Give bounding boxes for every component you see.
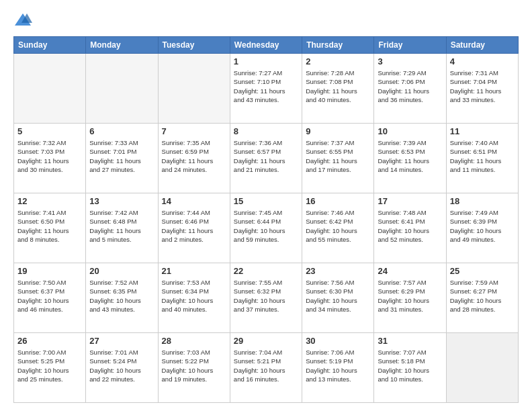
cell-text: Sunrise: 7:28 AMSunset: 7:08 PMDaylight:… bbox=[306, 68, 370, 104]
day-number: 21 bbox=[162, 266, 226, 276]
day-number: 17 bbox=[378, 196, 442, 206]
cell-text: Sunrise: 7:44 AMSunset: 6:46 PMDaylight:… bbox=[162, 208, 226, 244]
cell-text: Sunrise: 7:52 AMSunset: 6:35 PMDaylight:… bbox=[89, 278, 154, 314]
cell-text: Sunrise: 7:55 AMSunset: 6:32 PMDaylight:… bbox=[234, 278, 298, 314]
cell-text: Sunrise: 7:35 AMSunset: 6:59 PMDaylight:… bbox=[162, 138, 226, 174]
day-number: 14 bbox=[162, 196, 226, 206]
header bbox=[13, 11, 519, 30]
day-number: 29 bbox=[234, 336, 298, 346]
cell-text: Sunrise: 7:49 AMSunset: 6:39 PMDaylight:… bbox=[450, 208, 515, 244]
cell-text: Sunrise: 7:07 AMSunset: 5:18 PMDaylight:… bbox=[378, 348, 442, 383]
day-number: 22 bbox=[234, 266, 298, 276]
weekday-header: Thursday bbox=[302, 37, 374, 54]
cell-text: Sunrise: 7:37 AMSunset: 6:55 PMDaylight:… bbox=[306, 138, 370, 174]
cell-text: Sunrise: 7:04 AMSunset: 5:21 PMDaylight:… bbox=[234, 348, 298, 383]
cell-text: Sunrise: 7:59 AMSunset: 6:27 PMDaylight:… bbox=[450, 278, 515, 314]
day-number: 18 bbox=[450, 196, 515, 206]
cell-text: Sunrise: 7:32 AMSunset: 7:03 PMDaylight:… bbox=[17, 138, 82, 174]
weekday-header: Saturday bbox=[446, 37, 518, 54]
day-number: 20 bbox=[89, 266, 154, 276]
day-number: 23 bbox=[306, 266, 370, 276]
calendar-cell: 30Sunrise: 7:06 AMSunset: 5:19 PMDayligh… bbox=[302, 333, 374, 403]
day-number: 16 bbox=[306, 196, 370, 206]
day-number: 8 bbox=[234, 126, 298, 136]
calendar-row: 26Sunrise: 7:00 AMSunset: 5:25 PMDayligh… bbox=[14, 333, 519, 403]
day-number: 3 bbox=[378, 56, 442, 66]
calendar-header: SundayMondayTuesdayWednesdayThursdayFrid… bbox=[14, 37, 519, 54]
logo-icon bbox=[13, 11, 32, 30]
cell-text: Sunrise: 7:57 AMSunset: 6:29 PMDaylight:… bbox=[378, 278, 442, 314]
calendar-cell: 16Sunrise: 7:46 AMSunset: 6:42 PMDayligh… bbox=[302, 193, 374, 263]
page: SundayMondayTuesdayWednesdayThursdayFrid… bbox=[0, 0, 532, 411]
day-number: 4 bbox=[450, 56, 515, 66]
cell-text: Sunrise: 7:46 AMSunset: 6:42 PMDaylight:… bbox=[306, 208, 370, 244]
calendar-row: 12Sunrise: 7:41 AMSunset: 6:50 PMDayligh… bbox=[14, 193, 519, 263]
cell-text: Sunrise: 7:40 AMSunset: 6:51 PMDaylight:… bbox=[450, 138, 515, 174]
calendar-cell: 1Sunrise: 7:27 AMSunset: 7:10 PMDaylight… bbox=[230, 54, 302, 124]
cell-text: Sunrise: 7:36 AMSunset: 6:57 PMDaylight:… bbox=[234, 138, 298, 174]
calendar-cell bbox=[14, 54, 86, 124]
calendar-cell: 14Sunrise: 7:44 AMSunset: 6:46 PMDayligh… bbox=[158, 193, 230, 263]
calendar-cell: 2Sunrise: 7:28 AMSunset: 7:08 PMDaylight… bbox=[302, 54, 374, 124]
calendar-cell: 4Sunrise: 7:31 AMSunset: 7:04 PMDaylight… bbox=[446, 54, 518, 124]
cell-text: Sunrise: 7:27 AMSunset: 7:10 PMDaylight:… bbox=[234, 68, 298, 104]
calendar-cell: 10Sunrise: 7:39 AMSunset: 6:53 PMDayligh… bbox=[374, 124, 446, 193]
cell-text: Sunrise: 7:50 AMSunset: 6:37 PMDaylight:… bbox=[17, 278, 82, 314]
day-number: 26 bbox=[17, 336, 82, 346]
day-number: 12 bbox=[17, 196, 82, 206]
cell-text: Sunrise: 7:00 AMSunset: 5:25 PMDaylight:… bbox=[17, 348, 82, 383]
cell-text: Sunrise: 7:42 AMSunset: 6:48 PMDaylight:… bbox=[89, 208, 154, 244]
calendar-cell: 20Sunrise: 7:52 AMSunset: 6:35 PMDayligh… bbox=[86, 263, 158, 333]
calendar-row: 19Sunrise: 7:50 AMSunset: 6:37 PMDayligh… bbox=[14, 263, 519, 333]
calendar-cell: 8Sunrise: 7:36 AMSunset: 6:57 PMDaylight… bbox=[230, 124, 302, 193]
calendar-cell: 13Sunrise: 7:42 AMSunset: 6:48 PMDayligh… bbox=[86, 193, 158, 263]
day-number: 2 bbox=[306, 56, 370, 66]
day-number: 6 bbox=[89, 126, 154, 136]
calendar-cell: 6Sunrise: 7:33 AMSunset: 7:01 PMDaylight… bbox=[86, 124, 158, 193]
calendar-cell: 22Sunrise: 7:55 AMSunset: 6:32 PMDayligh… bbox=[230, 263, 302, 333]
weekday-header: Sunday bbox=[14, 37, 86, 54]
day-number: 15 bbox=[234, 196, 298, 206]
cell-text: Sunrise: 7:39 AMSunset: 6:53 PMDaylight:… bbox=[378, 138, 442, 174]
calendar-cell: 25Sunrise: 7:59 AMSunset: 6:27 PMDayligh… bbox=[446, 263, 518, 333]
day-number: 9 bbox=[306, 126, 370, 136]
calendar-cell: 3Sunrise: 7:29 AMSunset: 7:06 PMDaylight… bbox=[374, 54, 446, 124]
cell-text: Sunrise: 7:45 AMSunset: 6:44 PMDaylight:… bbox=[234, 208, 298, 244]
calendar-cell: 9Sunrise: 7:37 AMSunset: 6:55 PMDaylight… bbox=[302, 124, 374, 193]
calendar-cell: 17Sunrise: 7:48 AMSunset: 6:41 PMDayligh… bbox=[374, 193, 446, 263]
day-number: 13 bbox=[89, 196, 154, 206]
calendar-cell: 5Sunrise: 7:32 AMSunset: 7:03 PMDaylight… bbox=[14, 124, 86, 193]
calendar-body: 1Sunrise: 7:27 AMSunset: 7:10 PMDaylight… bbox=[14, 54, 519, 403]
weekday-header: Monday bbox=[86, 37, 158, 54]
day-number: 19 bbox=[17, 266, 82, 276]
calendar-cell: 26Sunrise: 7:00 AMSunset: 5:25 PMDayligh… bbox=[14, 333, 86, 403]
weekday-row: SundayMondayTuesdayWednesdayThursdayFrid… bbox=[14, 37, 519, 54]
cell-text: Sunrise: 7:31 AMSunset: 7:04 PMDaylight:… bbox=[450, 68, 515, 104]
day-number: 24 bbox=[378, 266, 442, 276]
day-number: 10 bbox=[378, 126, 442, 136]
calendar-cell: 15Sunrise: 7:45 AMSunset: 6:44 PMDayligh… bbox=[230, 193, 302, 263]
calendar: SundayMondayTuesdayWednesdayThursdayFrid… bbox=[13, 36, 519, 403]
cell-text: Sunrise: 7:06 AMSunset: 5:19 PMDaylight:… bbox=[306, 348, 370, 383]
cell-text: Sunrise: 7:56 AMSunset: 6:30 PMDaylight:… bbox=[306, 278, 370, 314]
calendar-cell: 31Sunrise: 7:07 AMSunset: 5:18 PMDayligh… bbox=[374, 333, 446, 403]
calendar-cell bbox=[158, 54, 230, 124]
calendar-cell: 24Sunrise: 7:57 AMSunset: 6:29 PMDayligh… bbox=[374, 263, 446, 333]
calendar-row: 1Sunrise: 7:27 AMSunset: 7:10 PMDaylight… bbox=[14, 54, 519, 124]
calendar-cell bbox=[446, 333, 518, 403]
weekday-header: Tuesday bbox=[158, 37, 230, 54]
calendar-cell bbox=[86, 54, 158, 124]
day-number: 1 bbox=[234, 56, 298, 66]
day-number: 7 bbox=[162, 126, 226, 136]
cell-text: Sunrise: 7:41 AMSunset: 6:50 PMDaylight:… bbox=[17, 208, 82, 244]
day-number: 5 bbox=[17, 126, 82, 136]
cell-text: Sunrise: 7:03 AMSunset: 5:22 PMDaylight:… bbox=[162, 348, 226, 383]
calendar-cell: 21Sunrise: 7:53 AMSunset: 6:34 PMDayligh… bbox=[158, 263, 230, 333]
cell-text: Sunrise: 7:48 AMSunset: 6:41 PMDaylight:… bbox=[378, 208, 442, 244]
calendar-cell: 27Sunrise: 7:01 AMSunset: 5:24 PMDayligh… bbox=[86, 333, 158, 403]
calendar-cell: 12Sunrise: 7:41 AMSunset: 6:50 PMDayligh… bbox=[14, 193, 86, 263]
calendar-cell: 11Sunrise: 7:40 AMSunset: 6:51 PMDayligh… bbox=[446, 124, 518, 193]
day-number: 31 bbox=[378, 336, 442, 346]
day-number: 11 bbox=[450, 126, 515, 136]
cell-text: Sunrise: 7:29 AMSunset: 7:06 PMDaylight:… bbox=[378, 68, 442, 104]
